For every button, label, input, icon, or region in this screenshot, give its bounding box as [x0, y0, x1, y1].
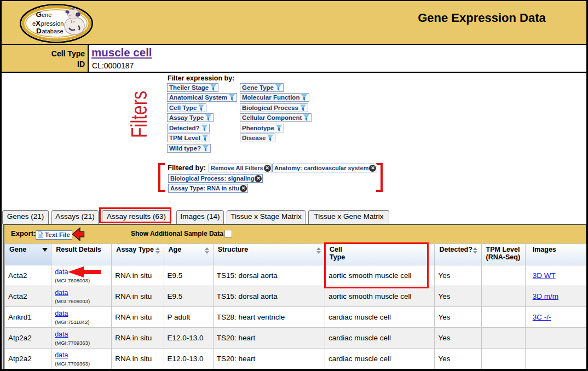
svg-text:G: G	[36, 10, 42, 19]
svg-text:ene: ene	[42, 11, 51, 18]
svg-text:X: X	[36, 19, 41, 27]
svg-text:pression: pression	[41, 20, 64, 27]
svg-text:D: D	[36, 27, 42, 35]
svg-text:atabase: atabase	[42, 28, 64, 34]
